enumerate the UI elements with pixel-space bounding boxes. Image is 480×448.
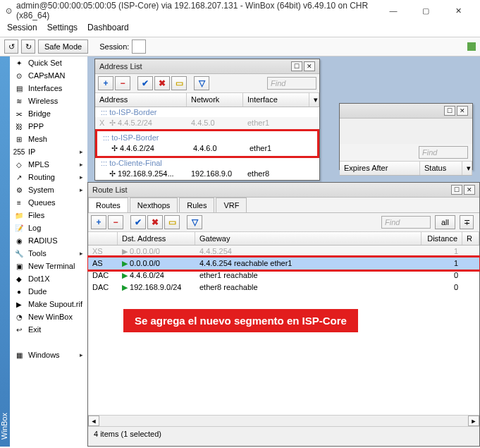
sidebar-item-system[interactable]: ⚙System▸ bbox=[10, 183, 87, 196]
col-more[interactable]: ▾ bbox=[309, 93, 319, 107]
col-address[interactable]: Address bbox=[95, 93, 187, 107]
minimize-button[interactable]: — bbox=[377, 0, 410, 21]
col-gateway[interactable]: Gateway bbox=[195, 232, 421, 245]
route-find-input[interactable]: Find bbox=[381, 216, 431, 229]
sidebar-item-capsman[interactable]: ⊙CAPsMAN bbox=[10, 69, 87, 82]
sidebar-icon: ⫘ bbox=[14, 109, 24, 119]
menu-settings[interactable]: Settings bbox=[47, 23, 78, 32]
route-add-button[interactable]: + bbox=[91, 215, 106, 229]
sidebar-item-routing[interactable]: ↗Routing▸ bbox=[10, 171, 87, 183]
mdi-workspace: ☐ ✕ Find Expires After Status ▾ Address … bbox=[87, 56, 480, 447]
bg-col-more[interactable]: ▾ bbox=[462, 162, 472, 175]
undo-button[interactable]: ↺ bbox=[4, 40, 18, 54]
sidebar-item-new-winbox[interactable]: ◔New WinBox bbox=[10, 310, 87, 323]
menu-session[interactable]: Session bbox=[7, 23, 37, 32]
route-list-close-icon[interactable]: ✕ bbox=[464, 185, 475, 195]
route-remove-button[interactable]: − bbox=[108, 215, 123, 229]
tab-rules[interactable]: Rules bbox=[179, 198, 214, 212]
maximize-button[interactable]: ▢ bbox=[410, 0, 442, 21]
menu-dashboard[interactable]: Dashboard bbox=[87, 23, 129, 32]
bg-find-input[interactable]: Find bbox=[419, 146, 468, 159]
bg-col-expires[interactable]: Expires After bbox=[340, 162, 420, 175]
tab-vrf[interactable]: VRF bbox=[216, 198, 247, 212]
col-dst[interactable]: Dst. Address bbox=[118, 232, 195, 245]
route-list-restore-icon[interactable]: ☐ bbox=[451, 185, 462, 195]
redo-button[interactable]: ↻ bbox=[21, 40, 35, 54]
sidebar-item-make-supout-rif[interactable]: ▶Make Supout.rif bbox=[10, 298, 87, 310]
address-find-input[interactable]: Find bbox=[267, 77, 316, 90]
sidebar-item-mesh[interactable]: ⊞Mesh bbox=[10, 133, 87, 145]
tab-routes[interactable]: Routes bbox=[88, 198, 128, 212]
address-group-header[interactable]: ::: to-ISP-Border bbox=[95, 107, 319, 117]
bg-window-close-icon[interactable]: ✕ bbox=[457, 106, 468, 116]
address-row[interactable]: ✢ 192.168.9.254...192.168.9.0ether8 bbox=[95, 168, 319, 180]
col-r[interactable]: R bbox=[462, 232, 479, 245]
status-indicator-icon bbox=[467, 42, 476, 51]
route-filter-button[interactable]: ▽ bbox=[187, 215, 202, 229]
col-network[interactable]: Network bbox=[187, 93, 243, 107]
submenu-arrow-icon: ▸ bbox=[80, 351, 83, 358]
sidebar-item-ppp[interactable]: ⛓PPP bbox=[10, 120, 87, 133]
close-button[interactable]: ✕ bbox=[442, 0, 474, 21]
filter-button[interactable]: ▽ bbox=[194, 76, 209, 90]
sidebar-icon: ▤ bbox=[14, 83, 24, 93]
sidebar-item-windows[interactable]: ▦Windows▸ bbox=[10, 349, 87, 361]
scroll-right-icon[interactable]: ► bbox=[468, 416, 479, 426]
route-enable-button[interactable]: ✔ bbox=[130, 215, 146, 229]
address-group-header[interactable]: ::: to-ISP-Border bbox=[97, 133, 317, 143]
route-row[interactable]: DAC▶ 4.4.6.0/24ether1 reachable0 bbox=[88, 270, 479, 281]
sidebar-item-label: Files bbox=[28, 211, 44, 219]
scroll-left-icon[interactable]: ◄ bbox=[88, 416, 99, 426]
sidebar-item-quick-set[interactable]: ✦Quick Set bbox=[10, 56, 87, 69]
sidebar-icon: ⊞ bbox=[14, 134, 24, 144]
sidebar-item-tools[interactable]: 🔧Tools▸ bbox=[10, 247, 87, 260]
window-title: admin@50:00:00:05:00:05 (ISP-Core) via 1… bbox=[16, 1, 377, 20]
sidebar-icon bbox=[14, 337, 24, 347]
bg-window-restore-icon[interactable]: ☐ bbox=[444, 106, 455, 116]
address-row[interactable]: ✢ 4.4.6.2/244.4.6.0ether1 bbox=[97, 143, 317, 155]
route-row[interactable]: AS▶ 0.0.0.0/04.4.6.254 reachable ether11 bbox=[88, 258, 479, 270]
sidebar-handle[interactable]: WinBox bbox=[0, 56, 10, 447]
sidebar-item-label: Tools bbox=[28, 249, 47, 258]
sidebar-item-dot1x[interactable]: ◆Dot1X bbox=[10, 272, 87, 285]
address-group-header[interactable]: ::: to-Cliente-Final bbox=[95, 158, 319, 168]
sidebar-icon: ◇ bbox=[14, 159, 24, 169]
sidebar-item-files[interactable]: 📁Files bbox=[10, 209, 87, 222]
sidebar-item-interfaces[interactable]: ▤Interfaces bbox=[10, 82, 87, 95]
route-disable-button[interactable]: ✖ bbox=[147, 215, 163, 229]
route-all-dropdown[interactable]: all bbox=[435, 215, 455, 229]
sidebar-item-bridge[interactable]: ⫘Bridge bbox=[10, 107, 87, 120]
route-row[interactable]: DAC▶ 192.168.9.0/24ether8 reachable0 bbox=[88, 281, 479, 293]
remove-button[interactable]: − bbox=[115, 76, 130, 90]
disable-button[interactable]: ✖ bbox=[154, 76, 170, 90]
bg-col-status[interactable]: Status bbox=[420, 162, 462, 175]
sidebar-item-log[interactable]: 📝Log bbox=[10, 222, 87, 234]
sidebar-item-radius[interactable]: ◉RADIUS bbox=[10, 234, 87, 247]
col-interface[interactable]: Interface bbox=[243, 93, 309, 107]
sidebar-item-exit[interactable]: ↩Exit bbox=[10, 323, 87, 336]
comment-button[interactable]: ▭ bbox=[171, 76, 187, 90]
sidebar-item-new-terminal[interactable]: ▣New Terminal bbox=[10, 260, 87, 272]
enable-button[interactable]: ✔ bbox=[137, 76, 153, 90]
sidebar-item-label: MPLS bbox=[28, 160, 49, 169]
sidebar-item-mpls[interactable]: ◇MPLS▸ bbox=[10, 158, 87, 171]
address-list-restore-icon[interactable]: ☐ bbox=[291, 61, 302, 71]
address-list-close-icon[interactable]: ✕ bbox=[304, 61, 315, 71]
sidebar-item-queues[interactable]: ≡Queues bbox=[10, 196, 87, 209]
sidebar-item-label: Exit bbox=[28, 325, 41, 334]
tab-nexthops[interactable]: Nexthops bbox=[130, 198, 178, 212]
route-all-dropdown-arrow[interactable]: ∓ bbox=[460, 215, 474, 229]
col-distance[interactable]: Distance bbox=[421, 232, 462, 245]
safe-mode-button[interactable]: Safe Mode bbox=[38, 40, 88, 54]
session-dropdown[interactable] bbox=[132, 40, 146, 54]
sidebar-item-dude[interactable]: ●Dude bbox=[10, 285, 87, 298]
route-comment-button[interactable]: ▭ bbox=[164, 215, 180, 229]
sidebar-item-wireless[interactable]: ≋Wireless bbox=[10, 95, 87, 107]
sidebar-item-label: Dot1X bbox=[28, 274, 50, 283]
route-row[interactable]: XS▶ 0.0.0.0/04.4.5.2541 bbox=[88, 246, 479, 258]
address-row[interactable]: X✢ 4.4.5.2/244.4.5.0ether1 bbox=[95, 117, 319, 129]
sidebar-item-ip[interactable]: 255IP▸ bbox=[10, 145, 87, 158]
add-button[interactable]: + bbox=[98, 76, 113, 90]
submenu-arrow-icon: ▸ bbox=[80, 161, 83, 168]
horizontal-scrollbar[interactable]: ◄ ► bbox=[88, 415, 479, 426]
